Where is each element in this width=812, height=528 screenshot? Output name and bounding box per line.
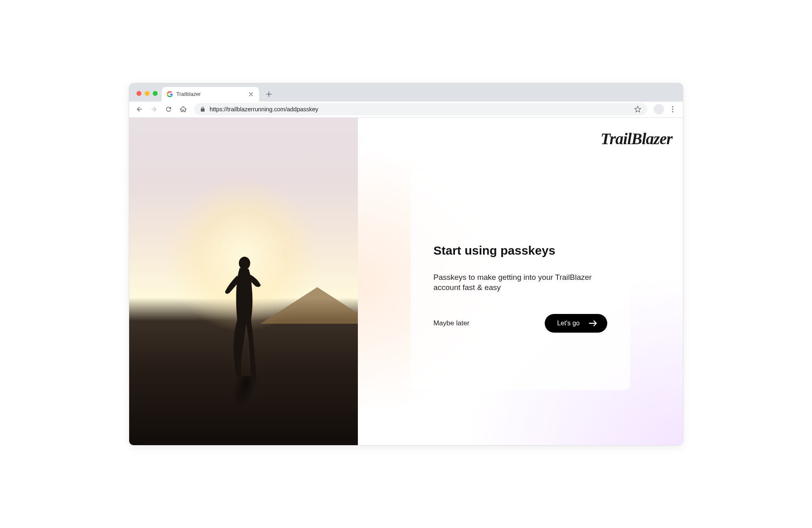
lock-icon xyxy=(200,106,206,112)
google-favicon-icon xyxy=(167,91,173,97)
window-maximize-button[interactable] xyxy=(153,91,158,96)
maybe-later-link[interactable]: Maybe later xyxy=(433,319,470,327)
new-tab-button[interactable] xyxy=(263,89,275,100)
address-bar[interactable]: https://trailblazerrunning.com/addpasske… xyxy=(194,103,647,115)
svg-point-2 xyxy=(672,111,673,112)
lets-go-button[interactable]: Let's go xyxy=(545,314,607,333)
card-subtext: Passkeys to make getting into your Trail… xyxy=(433,272,596,293)
window-minimize-button[interactable] xyxy=(145,91,149,96)
card-actions: Maybe later Let's go xyxy=(433,314,607,333)
arrow-right-icon xyxy=(150,106,158,113)
hero-image xyxy=(129,118,358,445)
home-icon xyxy=(180,106,187,113)
page-content: TrailBlazer Start using passkeys Passkey… xyxy=(129,118,683,445)
plus-icon xyxy=(266,91,272,97)
tab-title: Trailblazer xyxy=(176,91,245,97)
card-heading: Start using passkeys xyxy=(433,244,607,258)
browser-window: Trailblazer xyxy=(129,83,683,446)
bookmark-star-button[interactable] xyxy=(634,106,641,113)
reload-button[interactable] xyxy=(162,103,175,115)
mountain-shape xyxy=(260,287,358,324)
runner-silhouette-icon xyxy=(217,255,270,385)
runner-shadow xyxy=(218,376,273,445)
kebab-icon xyxy=(672,106,673,113)
primary-button-label: Let's go xyxy=(557,320,580,327)
window-close-button[interactable] xyxy=(136,91,141,96)
home-button[interactable] xyxy=(177,103,189,115)
svg-point-1 xyxy=(672,108,673,110)
tab-bar: Trailblazer xyxy=(129,83,683,102)
arrow-left-icon xyxy=(136,106,143,113)
window-controls xyxy=(134,91,162,102)
url-text: https://trailblazerrunning.com/addpasske… xyxy=(210,106,630,113)
reload-icon xyxy=(165,106,172,113)
profile-avatar[interactable] xyxy=(654,104,664,115)
back-button[interactable] xyxy=(133,103,145,115)
forward-button[interactable] xyxy=(148,103,160,115)
svg-point-0 xyxy=(672,106,673,107)
close-icon xyxy=(249,92,253,96)
browser-tab[interactable]: Trailblazer xyxy=(162,87,259,102)
browser-menu-button[interactable] xyxy=(667,103,679,115)
svg-point-3 xyxy=(239,257,250,270)
browser-toolbar: https://trailblazerrunning.com/addpasske… xyxy=(129,102,683,118)
tab-close-button[interactable] xyxy=(248,91,254,97)
right-panel: TrailBlazer Start using passkeys Passkey… xyxy=(358,118,683,445)
arrow-right-icon xyxy=(589,320,598,327)
brand-logo: TrailBlazer xyxy=(601,129,672,148)
passkey-card: Start using passkeys Passkeys to make ge… xyxy=(411,171,630,390)
